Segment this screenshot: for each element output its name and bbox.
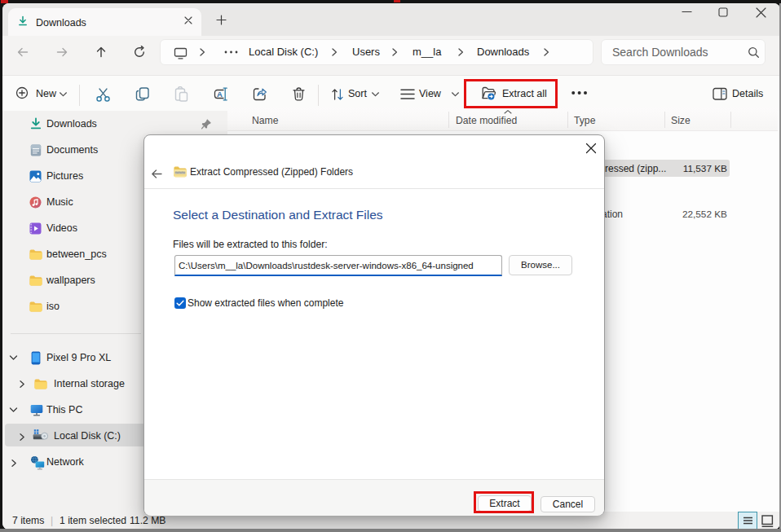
svg-text:A: A: [217, 90, 223, 99]
